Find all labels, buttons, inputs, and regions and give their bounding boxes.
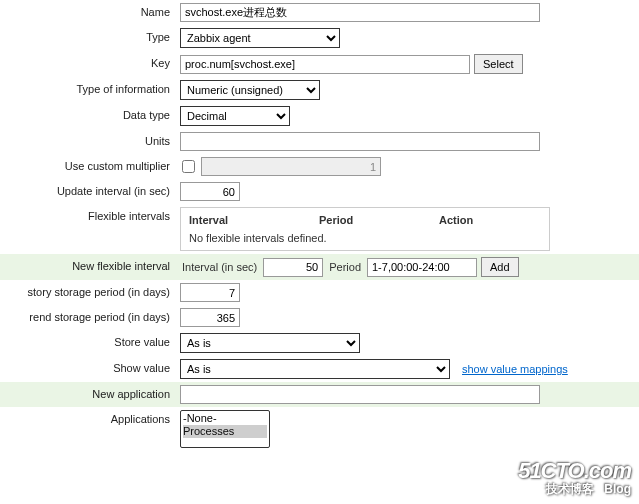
units-input[interactable] [180, 132, 540, 151]
data-type-select[interactable]: Decimal [180, 106, 290, 126]
use-custom-multiplier-checkbox[interactable] [182, 160, 195, 173]
col-action: Action [439, 214, 519, 226]
label-key: Key [0, 54, 180, 69]
newflex-interval-input[interactable] [263, 258, 323, 277]
label-newflex: New flexible interval [0, 257, 180, 272]
label-name: Name [0, 3, 180, 18]
label-multiplier: Use custom multiplier [0, 157, 180, 172]
type-of-information-select[interactable]: Numeric (unsigned) [180, 80, 320, 100]
update-interval-input[interactable] [180, 182, 240, 201]
add-button[interactable]: Add [481, 257, 519, 277]
label-flex: Flexible intervals [0, 207, 180, 222]
newflex-interval-label: Interval (in sec) [182, 261, 257, 273]
watermark: 51CTO.com 技术博客 Blog [518, 459, 631, 496]
new-application-input[interactable] [180, 385, 540, 404]
item-form: Name Type Zabbix agent Key Select Type o… [0, 0, 639, 451]
label-newapp: New application [0, 385, 180, 400]
store-value-select[interactable]: As is [180, 333, 360, 353]
name-input[interactable] [180, 3, 540, 22]
flexible-intervals-empty: No flexible intervals defined. [189, 232, 541, 244]
label-type: Type [0, 28, 180, 43]
show-value-select[interactable]: As is [180, 359, 450, 379]
label-show: Show value [0, 359, 180, 374]
newflex-period-label: Period [329, 261, 361, 273]
watermark-line2: 技术博客 [546, 482, 594, 496]
watermark-line1: 51CTO.com [518, 459, 631, 483]
col-interval: Interval [189, 214, 319, 226]
applications-select[interactable]: -None- Processes [180, 410, 270, 448]
watermark-line3: Blog [604, 482, 631, 496]
label-units: Units [0, 132, 180, 147]
newflex-period-input[interactable] [367, 258, 477, 277]
label-update: Update interval (in sec) [0, 182, 180, 197]
select-button[interactable]: Select [474, 54, 523, 74]
history-storage-input[interactable] [180, 283, 240, 302]
label-history: story storage period (in days) [0, 283, 180, 298]
label-apps: Applications [0, 410, 180, 425]
label-trend: rend storage period (in days) [0, 308, 180, 323]
app-option-processes[interactable]: Processes [183, 425, 267, 438]
col-period: Period [319, 214, 439, 226]
label-info: Type of information [0, 80, 180, 95]
label-datatype: Data type [0, 106, 180, 121]
trend-storage-input[interactable] [180, 308, 240, 327]
label-store: Store value [0, 333, 180, 348]
show-value-mappings-link[interactable]: show value mappings [462, 363, 568, 375]
app-option-none[interactable]: -None- [183, 412, 267, 425]
type-select[interactable]: Zabbix agent [180, 28, 340, 48]
key-input[interactable] [180, 55, 470, 74]
flexible-intervals-box: Interval Period Action No flexible inter… [180, 207, 550, 251]
flexible-intervals-header: Interval Period Action [189, 214, 541, 226]
multiplier-value-input [201, 157, 381, 176]
